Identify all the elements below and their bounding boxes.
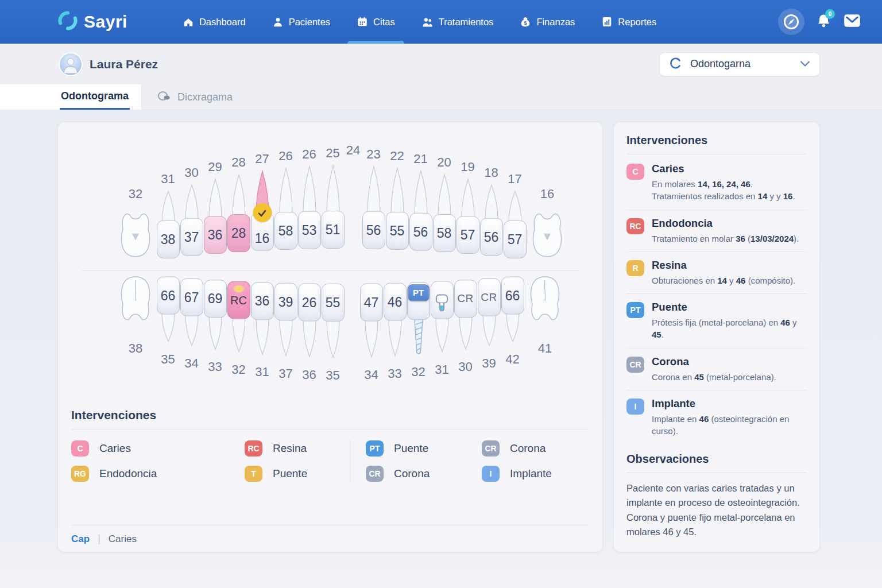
tooth-number-label: 32 (231, 362, 245, 377)
nav-item-reportes[interactable]: Reportes (601, 0, 656, 44)
chevron-down-icon (800, 59, 810, 69)
implant-glyph-icon (436, 294, 448, 311)
molar-shape (115, 274, 156, 332)
intervention-title: Caries (652, 163, 795, 175)
crown-number: 56 (366, 222, 381, 238)
nav-item-label: Pacientes (289, 17, 330, 28)
tooth-crown: 46 (384, 283, 407, 321)
nav-item-pacientes[interactable]: Pacientes (272, 0, 330, 44)
tooth-lower-36[interactable]: 2636 (297, 284, 321, 382)
mail-icon[interactable] (843, 13, 861, 30)
tooth-number-label: 23 (366, 147, 380, 162)
tooth-number-label: 22 (390, 149, 404, 164)
molar-shape (527, 205, 567, 261)
tooth-lower-32[interactable]: RC32 (227, 281, 250, 377)
odontogram-panel: 3231383037293628282716265826532551242356… (57, 122, 603, 552)
footer-cap-link[interactable]: Cap (71, 533, 90, 545)
tab-dicxragama[interactable]: Dicxragama (142, 84, 247, 110)
tooth-upper-32[interactable]: 32 (115, 187, 156, 261)
crown-number: CR (481, 291, 497, 304)
notification-badge: 0 (825, 9, 835, 19)
tooth-lower-30[interactable]: CR30 (454, 280, 477, 374)
tooth-upper-31[interactable]: 3138 (156, 172, 180, 258)
tooth-lower-34[interactable]: 4734 (359, 284, 383, 382)
tooth-upper-26[interactable]: 2658 (274, 149, 297, 250)
tooth-upper-17[interactable]: 1757 (503, 172, 527, 258)
tooth-lower-38[interactable]: 38 (115, 274, 156, 356)
treatment-check-icon (253, 203, 272, 222)
tooth-lower-35[interactable]: 5535 (321, 284, 345, 383)
tooth-lower-41[interactable]: 41 (524, 274, 566, 356)
tooth-upper-25[interactable]: 2551 (321, 146, 345, 249)
legend-footer: Cap | Caries (71, 525, 589, 545)
intervention-entry: CRCoronaCorona en 45 (metal-porcelana). (626, 348, 807, 390)
endo-spot (234, 285, 244, 293)
legend-label: Resina (273, 442, 307, 455)
tooth-number-label: 34 (364, 368, 378, 382)
top-nav: Sayri DashboardPacientesCitasTratamiento… (0, 0, 882, 44)
crown-number: 36 (208, 227, 223, 243)
legend-column: CRCoronaIImplante (482, 440, 552, 482)
tooth-upper-29[interactable]: 2936 (203, 160, 227, 254)
tooth-crown: 37 (180, 218, 203, 256)
tooth-crown: 53 (298, 211, 321, 249)
tooth-upper-28[interactable]: 2828 (227, 155, 250, 252)
intervention-entry: RResinaObturaciones en 14 y 46 (compósit… (626, 252, 807, 293)
intervention-badge-r: R (626, 260, 644, 276)
tooth-upper-18[interactable]: 1856 (479, 165, 503, 256)
logo: Sayri (57, 10, 127, 33)
tooth-upper-27[interactable]: 2716 (250, 152, 274, 251)
interventions-title: Intervenciones (626, 134, 807, 147)
tooth-upper-21[interactable]: 2156 (409, 152, 432, 251)
intervention-title: Endodoncia (652, 217, 799, 230)
tooth-upper-22[interactable]: 2255 (385, 149, 409, 250)
tooth-number-label: 34 (184, 356, 198, 371)
tooth-number-label: 31 (255, 365, 269, 380)
legend-label: Implante (510, 467, 552, 480)
circular-arrow-icon (669, 56, 683, 72)
tooth-lower-31[interactable]: 31 (430, 281, 454, 377)
view-selector[interactable]: Odontogarna (659, 52, 820, 76)
nav-item-tratamientos[interactable]: Tratamientos (421, 0, 494, 44)
tooth-lower-34[interactable]: 6734 (180, 278, 203, 371)
tooth-number-label: 21 (413, 152, 427, 167)
legend-badge-cr: CR (366, 466, 384, 482)
tooth-upper-20[interactable]: 2058 (432, 155, 456, 252)
crown-number: 57 (461, 227, 475, 243)
intervention-body: EndodonciaTratamiento en molar 36 (13/03… (652, 217, 799, 245)
tab-odontograma[interactable]: Odontograma (60, 84, 130, 110)
tooth-crown: 56 (409, 213, 432, 251)
tooth-lower-39[interactable]: CR39 (477, 278, 501, 371)
tooth-number-label: 20 (437, 155, 451, 170)
tooth-lower-42[interactable]: 6642 (501, 277, 524, 367)
tooth-lower-31[interactable]: 3631 (250, 282, 274, 380)
tooth-upper-19[interactable]: 1957 (456, 160, 479, 254)
crown-number: 66 (161, 288, 176, 303)
nav-items: DashboardPacientesCitasTratamientos$Fina… (183, 0, 656, 44)
tooth-crown: CR (454, 280, 477, 318)
legend-label: Endodoncia (99, 467, 157, 480)
tooth-lower-33[interactable]: 4633 (383, 283, 407, 381)
intervention-badge-c: C (626, 164, 644, 180)
nav-item-finanzas[interactable]: $Finanzas (520, 0, 575, 44)
tooth-upper-30[interactable]: 3037 (180, 165, 203, 256)
tooth-lower-33[interactable]: 6933 (203, 280, 227, 374)
crown-number: 47 (364, 295, 379, 310)
nav-item-citas[interactable]: Citas (357, 0, 395, 44)
tooth-lower-37[interactable]: 3937 (274, 283, 297, 381)
tooth-upper-26[interactable]: 2653 (297, 147, 321, 249)
notifications-bell-icon[interactable]: 0 (816, 13, 831, 31)
tooth-crown: 56 (362, 211, 385, 249)
tooth-lower-35[interactable]: 6635 (156, 277, 180, 367)
brand-swirl-icon (57, 10, 78, 33)
legend-item: TPuente (245, 465, 350, 482)
tooth-lower-32[interactable]: PT32 (407, 282, 430, 380)
compass-icon[interactable] (778, 9, 804, 35)
tooth-number-label: 42 (505, 352, 519, 367)
tooth-crown: 66 (157, 277, 180, 315)
nav-item-dashboard[interactable]: Dashboard (183, 0, 246, 44)
patients-icon (272, 17, 284, 28)
intervention-detail: Tratamientos realizados en 14 y y 16. (652, 190, 795, 202)
tooth-upper-16[interactable]: 16 (527, 187, 568, 261)
tooth-upper-23[interactable]: 2356 (362, 147, 385, 249)
